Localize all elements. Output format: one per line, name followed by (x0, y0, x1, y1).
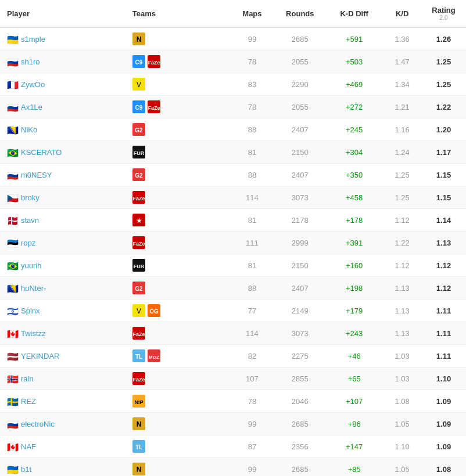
rounds-value: 2046 (274, 390, 325, 413)
player-name[interactable]: KSCERATO (21, 148, 62, 157)
flag-icon: 🇨🇿 (7, 194, 17, 201)
svg-text:V: V (137, 307, 141, 315)
table-row: 🇳🇴rainFaZe1072855+651.031.10 (0, 367, 466, 390)
kd-diff-value: +65 (325, 367, 383, 390)
teams-cell: ★ (128, 209, 230, 232)
svg-text:OG: OG (149, 308, 159, 315)
player-name[interactable]: Twistzz (21, 329, 46, 338)
team-logo-liquid[interactable]: TL (132, 349, 145, 362)
player-name[interactable]: sh1ro (21, 57, 40, 66)
player-cell: 🇺🇦s1mple (0, 27, 128, 51)
col-kd-diff: K-D Diff (325, 0, 383, 27)
flag-icon: 🇷🇺 (7, 103, 17, 110)
team-logo-faze[interactable]: FaZe (148, 55, 160, 68)
svg-text:★: ★ (135, 217, 142, 225)
team-logo-c9[interactable]: C9 (132, 100, 145, 113)
svg-text:TL: TL (135, 444, 142, 450)
maps-value: 81 (230, 209, 274, 232)
player-name[interactable]: rain (21, 374, 34, 383)
flag-icon: 🇧🇷 (7, 149, 17, 156)
table-row: 🇷🇺sh1roC9FaZe782055+5031.471.25 (0, 51, 466, 73)
team-logo-og[interactable]: OG (148, 304, 160, 317)
player-name[interactable]: Ax1Le (21, 103, 42, 111)
player-name[interactable]: m0NESY (21, 171, 52, 179)
team-logo-g2[interactable]: G2 (132, 168, 145, 181)
maps-value: 99 (230, 413, 274, 435)
player-cell: 🇪🇪ropz (0, 232, 128, 254)
team-logo-vitality[interactable]: V (132, 304, 145, 317)
kd-diff-value: +46 (325, 345, 383, 367)
kd-diff-value: +198 (325, 277, 383, 300)
kd-value: 1.13 (383, 322, 421, 345)
kd-value: 1.25 (383, 186, 421, 209)
player-name[interactable]: electroNic (21, 420, 55, 428)
table-row: 🇺🇦s1mpleN992685+5911.361.26 (0, 27, 466, 51)
rating-value: 1.12 (421, 277, 466, 300)
team-logo-furia[interactable]: FUR (132, 259, 145, 272)
team-logo-nip[interactable]: NIP (132, 395, 145, 408)
svg-text:G2: G2 (135, 172, 143, 179)
player-name[interactable]: b1t (21, 465, 31, 474)
svg-text:V: V (137, 81, 141, 89)
team-logo-g2[interactable]: G2 (132, 282, 145, 294)
teams-cell: N (128, 458, 230, 477)
table-row: 🇨🇦NAFTL872356+1471.101.09 (0, 435, 466, 458)
team-logo-mouz[interactable]: MOZ (148, 349, 160, 362)
kd-diff-value: +591 (325, 27, 383, 51)
team-logo-astralis[interactable]: ★ (132, 214, 145, 226)
flag-icon: 🇪🇪 (7, 239, 17, 246)
team-logo-c9[interactable]: C9 (132, 55, 145, 68)
team-logo-faze[interactable]: FaZe (148, 100, 160, 113)
team-logo-vitality[interactable]: V (132, 78, 145, 91)
player-name[interactable]: s1mple (21, 35, 45, 44)
table-row: 🇸🇪REZNIP782046+1071.081.09 (0, 390, 466, 413)
team-logo-navi[interactable]: N (132, 33, 145, 45)
teams-cell: N (128, 413, 230, 435)
maps-value: 111 (230, 232, 274, 254)
rating-value: 1.08 (421, 458, 466, 477)
team-logo-navi[interactable]: N (132, 417, 145, 430)
team-logo-faze[interactable]: FaZe (132, 191, 145, 204)
team-logo-faze[interactable]: FaZe (132, 372, 145, 385)
svg-text:C9: C9 (135, 104, 142, 111)
rating-value: 1.15 (421, 164, 466, 186)
stats-table: Player Teams Maps Rounds K-D Diff K/D Ra… (0, 0, 466, 476)
player-name[interactable]: YEKINDAR (21, 352, 59, 360)
player-cell: 🇷🇺sh1ro (0, 51, 128, 73)
kd-diff-value: +350 (325, 164, 383, 186)
kd-value: 1.21 (383, 96, 421, 118)
svg-text:FaZe: FaZe (148, 105, 160, 111)
team-logo-faze[interactable]: FaZe (132, 236, 145, 249)
team-logo-liquid[interactable]: TL (132, 440, 145, 453)
svg-text:N: N (136, 420, 141, 428)
rating-value: 1.11 (421, 345, 466, 367)
svg-text:C9: C9 (135, 59, 142, 66)
player-name[interactable]: NiKo (21, 125, 37, 134)
player-cell: 🇸🇪REZ (0, 390, 128, 413)
flag-icon: 🇧🇦 (7, 284, 17, 291)
player-name[interactable]: ZywOo (21, 80, 45, 89)
table-row: 🇷🇺Ax1LeC9FaZe782055+2721.211.22 (0, 96, 466, 118)
team-logo-furia[interactable]: FUR (132, 146, 145, 158)
table-row: 🇷🇺electroNicN992685+861.051.09 (0, 413, 466, 435)
team-logo-faze[interactable]: FaZe (132, 327, 145, 340)
player-cell: 🇳🇴rain (0, 367, 128, 390)
player-name[interactable]: broky (21, 193, 40, 202)
flag-icon: 🇷🇺 (7, 420, 17, 427)
flag-icon: 🇺🇦 (7, 35, 17, 42)
kd-value: 1.34 (383, 73, 421, 96)
team-logo-navi[interactable]: N (132, 463, 145, 475)
teams-cell: FaZe (128, 322, 230, 345)
player-name[interactable]: REZ (21, 397, 36, 406)
teams-cell: C9FaZe (128, 96, 230, 118)
player-name[interactable]: stavn (21, 216, 39, 225)
team-logo-g2[interactable]: G2 (132, 123, 145, 136)
player-name[interactable]: yuurih (21, 261, 41, 270)
player-name[interactable]: huNter- (21, 284, 46, 293)
rating-value: 1.22 (421, 96, 466, 118)
table-row: 🇧🇦NiKoG2882407+2451.161.20 (0, 118, 466, 141)
player-name[interactable]: NAF (21, 442, 36, 451)
player-name[interactable]: ropz (21, 239, 35, 247)
rating-value: 1.14 (421, 209, 466, 232)
player-name[interactable]: Spinx (21, 306, 40, 315)
